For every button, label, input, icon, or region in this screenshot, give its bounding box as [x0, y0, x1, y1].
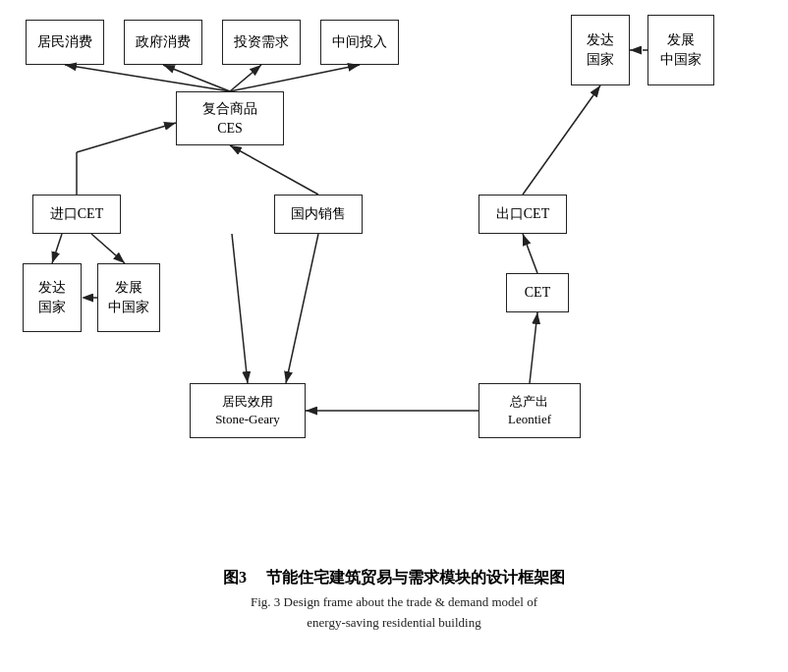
box-zjtr: 中间投入: [320, 20, 399, 65]
svg-line-3: [163, 65, 230, 91]
box-jmxy: 居民效用Stone-Geary: [190, 383, 306, 438]
svg-line-11: [52, 234, 62, 263]
svg-line-9: [523, 85, 600, 195]
box-ckcet: 出口CET: [478, 195, 567, 234]
box-fhsp: 复合商品CES: [176, 91, 284, 145]
svg-line-18: [530, 312, 537, 383]
diagram-area: 居民消费 政府消费 投资需求 中间投入 发达国家 发展中国家 复合商品CES 进…: [11, 10, 777, 560]
box-zcc: 总产出Leontief: [478, 383, 581, 438]
box-gnxs: 国内销售: [274, 195, 363, 234]
box-jmxf: 居民消费: [26, 20, 104, 65]
svg-line-4: [230, 65, 261, 91]
fig-title: 图3 节能住宅建筑贸易与需求模块的设计框架图: [29, 568, 759, 588]
figure-caption: 图3 节能住宅建筑贸易与需求模块的设计框架图 Fig. 3 Design fra…: [10, 568, 778, 634]
box-zfxf: 政府消费: [124, 20, 202, 65]
svg-line-2: [65, 65, 230, 91]
svg-line-8: [230, 145, 318, 195]
svg-line-12: [91, 234, 125, 263]
box-fdgj-left: 发达国家: [23, 263, 82, 332]
fig-subtitle-1: Fig. 3 Design frame about the trade & de…: [29, 592, 759, 613]
box-fzzgj-left: 发展中国家: [97, 263, 160, 332]
svg-line-7: [77, 123, 176, 152]
diagram-container: 居民消费 政府消费 投资需求 中间投入 发达国家 发展中国家 复合商品CES 进…: [0, 0, 788, 672]
svg-line-14: [232, 234, 248, 383]
box-tzxq: 投资需求: [222, 20, 301, 65]
svg-line-17: [523, 234, 537, 273]
box-fdgj-top: 发达国家: [571, 15, 630, 85]
svg-line-15: [286, 234, 318, 383]
box-cet: CET: [506, 273, 569, 312]
fig-subtitle-2: energy-saving residential building: [29, 613, 759, 634]
box-fzzgj-top: 发展中国家: [647, 15, 714, 85]
fig-number: 图3: [223, 569, 247, 586]
box-jkcet: 进口CET: [32, 195, 121, 234]
fig-title-text: 节能住宅建筑贸易与需求模块的设计框架图: [266, 569, 565, 586]
svg-line-5: [230, 65, 360, 91]
